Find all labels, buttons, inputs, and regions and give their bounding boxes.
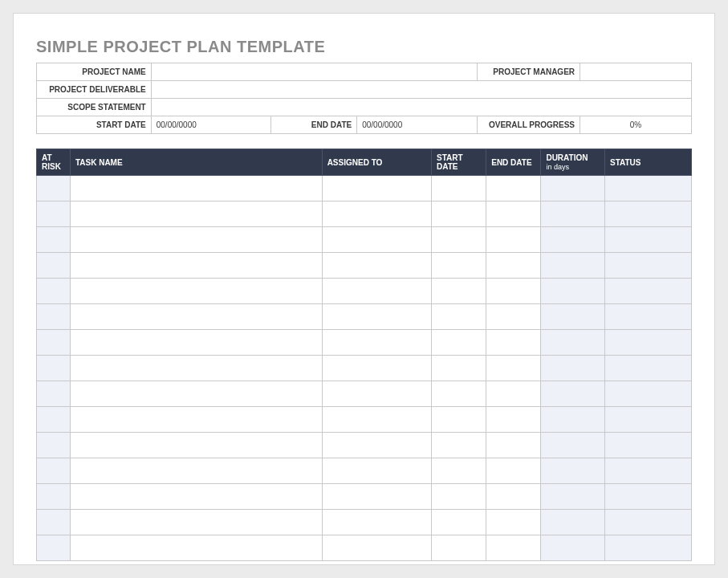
cell-status[interactable] xyxy=(604,304,691,330)
project-manager-value[interactable] xyxy=(580,63,692,81)
cell-start-date[interactable] xyxy=(432,433,486,458)
cell-at-risk[interactable] xyxy=(37,304,71,330)
cell-at-risk[interactable] xyxy=(37,227,71,253)
cell-duration[interactable] xyxy=(541,535,605,561)
cell-task-name[interactable] xyxy=(70,407,322,433)
cell-task-name[interactable] xyxy=(70,458,322,484)
cell-status[interactable] xyxy=(604,458,691,484)
cell-start-date[interactable] xyxy=(432,356,486,381)
cell-assigned-to[interactable] xyxy=(322,484,431,510)
cell-start-date[interactable] xyxy=(432,458,486,484)
cell-assigned-to[interactable] xyxy=(322,201,431,227)
cell-at-risk[interactable] xyxy=(37,535,71,561)
scope-statement-value[interactable] xyxy=(151,99,691,116)
cell-end-date[interactable] xyxy=(486,407,541,433)
cell-start-date[interactable] xyxy=(432,176,486,201)
cell-at-risk[interactable] xyxy=(37,279,71,304)
cell-at-risk[interactable] xyxy=(37,484,71,510)
cell-assigned-to[interactable] xyxy=(322,458,431,484)
cell-status[interactable] xyxy=(604,484,691,510)
cell-assigned-to[interactable] xyxy=(322,227,431,253)
cell-task-name[interactable] xyxy=(70,201,322,227)
cell-at-risk[interactable] xyxy=(37,201,71,227)
cell-start-date[interactable] xyxy=(432,381,486,407)
cell-assigned-to[interactable] xyxy=(322,407,431,433)
cell-start-date[interactable] xyxy=(432,510,486,535)
cell-end-date[interactable] xyxy=(486,253,541,279)
cell-duration[interactable] xyxy=(541,176,605,201)
cell-status[interactable] xyxy=(604,330,691,356)
cell-at-risk[interactable] xyxy=(37,330,71,356)
cell-status[interactable] xyxy=(604,381,691,407)
cell-assigned-to[interactable] xyxy=(322,176,431,201)
cell-end-date[interactable] xyxy=(486,433,541,458)
cell-duration[interactable] xyxy=(541,304,605,330)
cell-assigned-to[interactable] xyxy=(322,279,431,304)
cell-status[interactable] xyxy=(604,253,691,279)
cell-start-date[interactable] xyxy=(432,330,486,356)
cell-start-date[interactable] xyxy=(432,407,486,433)
cell-start-date[interactable] xyxy=(432,304,486,330)
cell-end-date[interactable] xyxy=(486,201,541,227)
cell-end-date[interactable] xyxy=(486,330,541,356)
cell-at-risk[interactable] xyxy=(37,433,71,458)
cell-start-date[interactable] xyxy=(432,227,486,253)
cell-duration[interactable] xyxy=(541,458,605,484)
cell-assigned-to[interactable] xyxy=(322,535,431,561)
cell-duration[interactable] xyxy=(541,356,605,381)
cell-at-risk[interactable] xyxy=(37,356,71,381)
cell-at-risk[interactable] xyxy=(37,381,71,407)
cell-task-name[interactable] xyxy=(70,484,322,510)
cell-assigned-to[interactable] xyxy=(322,330,431,356)
cell-assigned-to[interactable] xyxy=(322,510,431,535)
cell-end-date[interactable] xyxy=(486,279,541,304)
cell-start-date[interactable] xyxy=(432,535,486,561)
cell-task-name[interactable] xyxy=(70,535,322,561)
cell-assigned-to[interactable] xyxy=(322,304,431,330)
project-deliverable-value[interactable] xyxy=(151,81,691,99)
cell-assigned-to[interactable] xyxy=(322,253,431,279)
cell-task-name[interactable] xyxy=(70,227,322,253)
cell-assigned-to[interactable] xyxy=(322,381,431,407)
cell-task-name[interactable] xyxy=(70,510,322,535)
cell-end-date[interactable] xyxy=(486,458,541,484)
cell-duration[interactable] xyxy=(541,433,605,458)
cell-status[interactable] xyxy=(604,201,691,227)
cell-duration[interactable] xyxy=(541,253,605,279)
cell-status[interactable] xyxy=(604,535,691,561)
cell-status[interactable] xyxy=(604,433,691,458)
cell-duration[interactable] xyxy=(541,227,605,253)
cell-end-date[interactable] xyxy=(486,304,541,330)
cell-end-date[interactable] xyxy=(486,510,541,535)
cell-status[interactable] xyxy=(604,279,691,304)
cell-at-risk[interactable] xyxy=(37,253,71,279)
cell-end-date[interactable] xyxy=(486,176,541,201)
cell-duration[interactable] xyxy=(541,381,605,407)
cell-task-name[interactable] xyxy=(70,176,322,201)
cell-assigned-to[interactable] xyxy=(322,433,431,458)
cell-end-date[interactable] xyxy=(486,381,541,407)
cell-task-name[interactable] xyxy=(70,330,322,356)
cell-at-risk[interactable] xyxy=(37,458,71,484)
cell-task-name[interactable] xyxy=(70,304,322,330)
cell-end-date[interactable] xyxy=(486,535,541,561)
project-name-value[interactable] xyxy=(151,63,477,81)
cell-end-date[interactable] xyxy=(486,227,541,253)
cell-task-name[interactable] xyxy=(70,253,322,279)
cell-status[interactable] xyxy=(604,356,691,381)
cell-start-date[interactable] xyxy=(432,253,486,279)
cell-duration[interactable] xyxy=(541,407,605,433)
cell-status[interactable] xyxy=(604,227,691,253)
cell-assigned-to[interactable] xyxy=(322,356,431,381)
cell-status[interactable] xyxy=(604,510,691,535)
cell-duration[interactable] xyxy=(541,510,605,535)
cell-at-risk[interactable] xyxy=(37,407,71,433)
overall-progress-value[interactable]: 0% xyxy=(580,116,692,134)
cell-task-name[interactable] xyxy=(70,279,322,304)
cell-duration[interactable] xyxy=(541,330,605,356)
cell-duration[interactable] xyxy=(541,201,605,227)
cell-task-name[interactable] xyxy=(70,433,322,458)
cell-start-date[interactable] xyxy=(432,484,486,510)
cell-duration[interactable] xyxy=(541,279,605,304)
cell-status[interactable] xyxy=(604,176,691,201)
